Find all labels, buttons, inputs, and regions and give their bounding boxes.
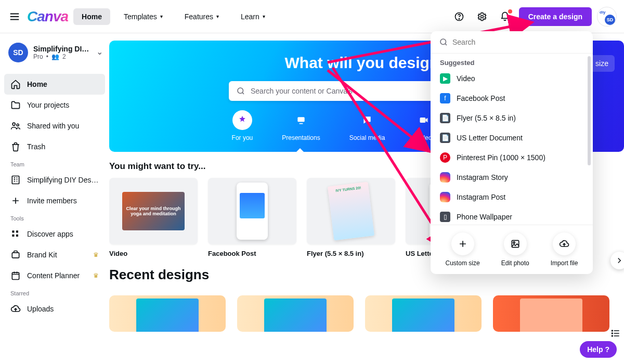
svg-rect-7 [16,230,18,232]
sidebar-team-item[interactable]: Simplifying DIY Design's t... [4,170,105,190]
dd-item-usletter[interactable]: 📄US Letter Document [431,128,593,148]
dropdown-search[interactable] [431,31,593,54]
canva-logo[interactable]: Canva [27,8,68,25]
account-avatar[interactable]: diy SD [597,7,617,27]
sidebar-invite[interactable]: Invite members [4,190,105,211]
video-icon: ▶ [440,73,450,84]
crown-icon: ♛ [93,272,99,279]
team-avatar: SD [8,43,28,62]
svg-rect-10 [12,253,19,258]
sidebar-item-label: Content Planner [27,271,80,280]
carousel-next-button[interactable] [610,252,624,269]
hero-tab-label: Social media [349,134,385,141]
bell-icon[interactable] [496,8,514,25]
try-card-fbpost[interactable]: Facebook Post [208,178,296,257]
hero-tab-social[interactable]: Social media [349,110,385,146]
dd-custom-size[interactable]: Custom size [446,232,480,267]
sidebar-item-label: Brand Kit [27,251,57,259]
help-button[interactable]: Help ? [580,341,617,358]
nav-features-label: Features [185,12,213,21]
svg-rect-8 [12,235,14,237]
team-name: Simplifying DIY De... [33,45,90,53]
menu-icon[interactable] [7,9,22,24]
dd-import-file[interactable]: Import file [551,232,578,267]
hero-tab-presentations[interactable]: Presentations [282,110,320,146]
recent-designs-row [109,295,624,332]
sidebar-uploads[interactable]: Uploads [4,298,105,319]
sidebar-item-label: Invite members [27,197,77,205]
nav-home[interactable]: Home [73,8,110,25]
team-switcher[interactable]: SD Simplifying DIY De... Pro•👥2 ⌄ [4,40,105,66]
sidebar-home[interactable]: Home [4,74,105,95]
sidebar-tools-label: Tools [4,211,105,224]
dd-item-video[interactable]: ▶Video [431,69,593,88]
dd-item-label: Instagram Post [457,193,505,201]
sidebar-item-label: Your projects [27,101,69,109]
dd-footer-label: Edit photo [501,259,529,267]
svg-rect-9 [16,235,18,237]
phone-icon: ▯ [440,212,450,222]
topbar: Canva Home Templates▾ Features▾ Learn▾ C… [0,0,624,33]
recent-design-card[interactable] [237,295,354,332]
create-design-dropdown: Suggested ▶Video fFacebook Post 📄Flyer (… [431,31,593,274]
nav-templates[interactable]: Templates▾ [115,8,171,25]
dd-item-igpost[interactable]: Instagram Post [431,187,593,207]
dropdown-search-input[interactable] [452,38,584,46]
svg-rect-6 [12,230,14,232]
try-card-flyer[interactable]: IVY TURNS 20!Flyer (5.5 × 8.5 in) [307,178,395,257]
chevron-down-icon: ▾ [263,14,265,19]
dd-item-label: Phone Wallpaper [457,213,512,221]
nav-learn[interactable]: Learn▾ [232,8,274,25]
recent-design-card[interactable] [109,295,226,332]
svg-point-23 [513,242,514,243]
dd-item-fbpost[interactable]: fFacebook Post [431,88,593,108]
dd-item-flyer[interactable]: 📄Flyer (5.5 × 8.5 in) [431,108,593,128]
recent-design-card[interactable] [365,295,482,332]
chevron-down-icon: ▾ [160,14,163,19]
hero-tab-label: For you [232,134,253,141]
active-tab-indicator [296,148,304,152]
dd-edit-photo[interactable]: Edit photo [501,232,529,267]
hero-tab-foryou[interactable]: For you [232,110,253,146]
svg-rect-5 [12,176,19,184]
sidebar-brandkit[interactable]: Brand Kit♛ [4,244,105,265]
dd-item-igstory[interactable]: Instagram Story [431,167,593,187]
search-icon [439,37,448,47]
dd-item-label: Instagram Story [457,173,508,181]
document-icon: 📄 [440,133,450,143]
dd-footer-label: Custom size [446,259,480,267]
create-design-button[interactable]: Create a design [519,7,592,26]
sidebar-projects[interactable]: Your projects [4,95,105,115]
nav-features[interactable]: Features▾ [176,8,227,25]
avatar-initials: SD [605,15,615,25]
dropdown-footer: Custom size Edit photo Import file [431,225,593,274]
svg-point-1 [459,18,459,19]
sidebar-starred-label: Starred [4,286,105,298]
gear-icon[interactable] [473,8,491,25]
svg-point-19 [612,333,613,334]
dd-item-label: Facebook Post [457,94,505,102]
sidebar-shared[interactable]: Shared with you [4,115,105,136]
dd-item-pinterest[interactable]: PPinterest Pin (1000 × 1500) [431,148,593,167]
try-card-video[interactable]: Clear your mind through yoga and meditat… [109,178,198,257]
sidebar-trash[interactable]: Trash [4,136,105,157]
dd-item-phonewall[interactable]: ▯Phone Wallpaper [431,207,593,225]
svg-point-12 [238,88,243,94]
sidebar-item-label: Simplifying DIY Design's t... [27,176,99,184]
svg-rect-11 [12,272,19,279]
svg-rect-13 [297,117,304,122]
chevron-down-icon: ▾ [216,14,219,19]
dd-item-label: US Letter Document [457,134,523,142]
team-plan: Pro•👥2 [33,53,90,60]
help-icon[interactable] [450,8,468,25]
svg-point-21 [440,39,446,45]
card-label: Facebook Post [208,250,296,257]
sidebar-planner[interactable]: Content Planner♛ [4,265,105,286]
recent-design-card[interactable] [493,295,609,332]
dropdown-scrollbar[interactable] [588,56,591,165]
crown-icon: ♛ [93,251,99,258]
sidebar-discover[interactable]: Discover apps [4,224,105,244]
sidebar-item-label: Discover apps [27,230,73,238]
view-toggle-icon[interactable] [610,328,621,341]
nav-templates-label: Templates [124,12,157,21]
